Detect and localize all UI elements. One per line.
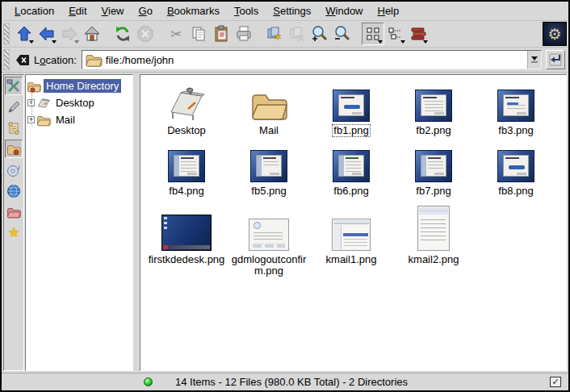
folder-icon	[249, 88, 288, 122]
home-folder-icon	[6, 143, 21, 156]
desktop-icon	[166, 85, 207, 122]
red-folder-icon	[6, 206, 21, 219]
file-thumbnail	[249, 219, 289, 251]
back-button[interactable]	[36, 23, 58, 45]
svg-text:♪: ♪	[17, 163, 21, 171]
sidebar-tab-bookmarks[interactable]: ★	[5, 223, 23, 242]
back-dropdown-caret[interactable]	[52, 40, 57, 44]
file-item-fb2[interactable]: fb2.png	[392, 80, 475, 137]
file-thumbnail	[497, 90, 534, 122]
file-label: fb3.png	[497, 124, 534, 137]
menu-settings[interactable]: Settings	[266, 3, 317, 19]
sidebar-tab-pencil[interactable]	[5, 98, 23, 116]
file-item-kmail1[interactable]: kmail1.png	[310, 201, 392, 277]
shrink-icons-button[interactable]	[286, 23, 308, 45]
active-view-indicator-icon[interactable]: ✓	[550, 377, 561, 387]
stop-button[interactable]	[134, 23, 157, 45]
content-area: ♪ ★	[2, 73, 568, 373]
menu-view[interactable]: View	[95, 3, 131, 19]
file-row: Desktop Mail fb1.png	[145, 80, 561, 140]
file-label: kmail1.png	[325, 253, 379, 266]
sidebar-tab-network[interactable]	[5, 181, 23, 200]
toolbar-drag-handle[interactable]	[3, 23, 10, 44]
sidebar-tab-services[interactable]: ♪	[5, 161, 23, 179]
file-label: fb8.png	[497, 185, 534, 198]
tree-item-mail[interactable]: + Mail	[27, 111, 132, 128]
file-label: Desktop	[166, 124, 207, 137]
icon-view-button[interactable]	[362, 23, 384, 45]
menu-tools[interactable]: Tools	[228, 3, 265, 19]
menu-bookmarks[interactable]: Bookmarks	[161, 3, 226, 19]
tree-view-button[interactable]	[384, 23, 407, 45]
home-icon	[83, 25, 101, 43]
location-input[interactable]	[103, 54, 527, 66]
file-thumbnail	[497, 150, 534, 182]
location-bar-drag-handle[interactable]	[3, 49, 10, 70]
panel-splitter[interactable]	[133, 74, 140, 371]
desktop-icon	[36, 97, 51, 110]
tree-item-home-directory[interactable]: Home Directory	[27, 77, 132, 94]
file-row: firstkdedesk.png gdmlogoutconfirm.png km…	[145, 201, 561, 281]
menu-window[interactable]: Window	[319, 3, 369, 19]
file-label: Mail	[258, 124, 280, 137]
forward-button[interactable]	[58, 23, 81, 45]
file-item-firstkdedesk[interactable]: firstkdedesk.png	[145, 201, 228, 277]
file-item-fb1[interactable]: fb1.png	[310, 80, 392, 137]
file-thumbnail	[415, 150, 452, 182]
tools-icon	[6, 79, 21, 94]
tree-view-dropdown-caret[interactable]	[400, 40, 405, 44]
menu-bar: Location Edit View Go Bookmarks Tools Se…	[2, 2, 568, 21]
shrink-icons-icon	[288, 25, 306, 43]
print-button[interactable]	[233, 23, 255, 45]
file-item-fb8[interactable]: fb8.png	[475, 140, 557, 198]
forward-dropdown-caret[interactable]	[74, 40, 79, 44]
file-label: kmail2.png	[407, 253, 461, 266]
file-item-mail[interactable]: Mail	[228, 80, 310, 137]
file-item-kmail2[interactable]: kmail2.png	[392, 201, 475, 277]
menu-edit[interactable]: Edit	[62, 3, 93, 19]
up-button[interactable]	[13, 23, 36, 45]
sidebar-tab-tools[interactable]	[5, 77, 23, 95]
location-dropdown-button[interactable]	[527, 51, 541, 69]
folder-icon	[85, 52, 103, 67]
sidebar-tab-home-directory[interactable]	[5, 140, 23, 158]
zoom-in-button[interactable]	[308, 23, 331, 45]
paste-button[interactable]	[210, 23, 233, 45]
print-icon	[235, 25, 253, 43]
menu-go[interactable]: Go	[132, 3, 159, 19]
detail-view-dropdown-caret[interactable]	[423, 40, 428, 44]
icon-view-dropdown-caret[interactable]	[378, 40, 383, 44]
menu-location[interactable]: Location	[8, 3, 61, 19]
network-globe-icon	[6, 184, 21, 198]
up-dropdown-caret[interactable]	[29, 40, 34, 44]
detail-view-button[interactable]	[407, 23, 430, 45]
file-item-fb5[interactable]: fb5.png	[228, 140, 310, 198]
enlarge-icons-button[interactable]: ✶	[263, 23, 286, 45]
file-thumbnail	[168, 150, 205, 182]
sidebar-tab-root-folder[interactable]	[5, 202, 23, 221]
file-thumbnail	[250, 150, 287, 182]
file-item-gdmlogoutconfirm[interactable]: gdmlogoutconfirm.png	[228, 201, 310, 277]
location-label: Location:	[34, 54, 77, 66]
file-item-fb6[interactable]: fb6.png	[310, 140, 392, 198]
file-item-desktop[interactable]: Desktop	[145, 80, 228, 137]
menu-help[interactable]: Help	[371, 3, 406, 19]
sidebar-tabstrip: ♪ ★	[3, 74, 24, 371]
zoom-out-button[interactable]	[331, 23, 354, 45]
tree-item-desktop[interactable]: + Desktop	[27, 94, 132, 111]
services-icon: ♪	[6, 163, 21, 177]
sidebar-tab-history[interactable]	[5, 119, 23, 137]
file-item-fb3[interactable]: fb3.png	[475, 80, 557, 137]
clear-location-button[interactable]	[13, 50, 32, 69]
file-label: fb4.png	[167, 185, 205, 198]
go-button[interactable]	[546, 50, 565, 69]
file-item-fb7[interactable]: fb7.png	[392, 140, 475, 198]
clear-location-icon	[15, 54, 31, 66]
reload-button[interactable]	[111, 23, 134, 45]
home-button[interactable]	[81, 23, 103, 45]
copy-button[interactable]	[187, 23, 210, 45]
file-item-fb4[interactable]: fb4.png	[145, 140, 228, 198]
status-text: 14 Items - 12 Files (980.0 KB Total) - 2…	[175, 376, 408, 388]
dropdown-arrow-icon	[531, 56, 538, 60]
cut-button[interactable]: ✂	[165, 23, 187, 45]
